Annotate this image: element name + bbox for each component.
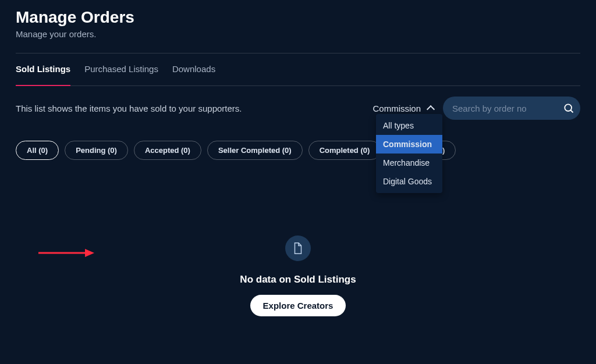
svg-line-1	[571, 110, 573, 113]
chip-accepted[interactable]: Accepted (0)	[134, 141, 201, 160]
search-input[interactable]	[452, 104, 563, 113]
page-title: Manage Orders	[16, 8, 580, 27]
tab-sold-listings[interactable]: Sold Listings	[16, 53, 70, 85]
type-filter-dropdown[interactable]: Commission	[372, 104, 436, 113]
chip-completed[interactable]: Completed (0)	[308, 141, 381, 160]
dropdown-item-merchandise[interactable]: Merchandise	[376, 154, 442, 172]
chevron-up-icon	[427, 105, 435, 113]
empty-icon	[285, 235, 311, 261]
svg-point-0	[565, 104, 572, 111]
tabs-nav: Sold Listings Purchased Listings Downloa…	[16, 53, 580, 86]
type-filter-label: Commission	[372, 104, 421, 113]
tab-downloads[interactable]: Downloads	[172, 53, 215, 85]
chip-all[interactable]: All (0)	[16, 141, 59, 160]
type-filter-menu: All types Commission Merchandise Digital…	[376, 114, 442, 193]
search-icon[interactable]	[563, 102, 574, 114]
status-filter-chips: All (0) Pending (0) Accepted (0) Seller …	[16, 141, 580, 160]
dropdown-item-commission[interactable]: Commission	[376, 135, 442, 154]
dropdown-item-all-types[interactable]: All types	[376, 116, 442, 135]
dropdown-item-digital-goods[interactable]: Digital Goods	[376, 172, 442, 191]
empty-state: No data on Sold Listings Explore Creator…	[16, 235, 580, 316]
chip-pending[interactable]: Pending (0)	[65, 141, 128, 160]
page-subtitle: Manage your orders.	[16, 29, 580, 39]
chip-seller-completed[interactable]: Seller Completed (0)	[207, 141, 303, 160]
explore-creators-button[interactable]: Explore Creators	[250, 295, 346, 316]
tab-purchased-listings[interactable]: Purchased Listings	[84, 53, 158, 85]
list-description: This list shows the items you have sold …	[16, 104, 242, 113]
empty-state-title: No data on Sold Listings	[240, 274, 356, 286]
search-field[interactable]	[443, 97, 580, 120]
